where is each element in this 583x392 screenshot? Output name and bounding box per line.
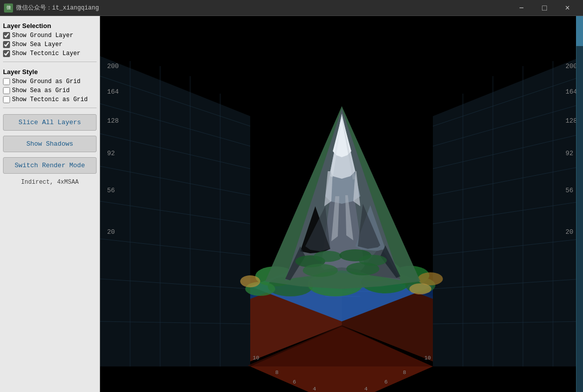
- svg-text:20: 20: [107, 228, 115, 236]
- show-ground-as-grid-row[interactable]: Show Ground as Grid: [3, 78, 97, 86]
- vertical-scrollbar[interactable]: [576, 16, 583, 392]
- show-tectonic-as-grid-label: Show Tectonic as Grid: [12, 96, 88, 103]
- divider-2: [3, 108, 97, 108]
- svg-text:164: 164: [107, 88, 119, 96]
- svg-point-77: [346, 262, 379, 275]
- show-ground-layer-row[interactable]: Show Ground Layer: [3, 32, 97, 40]
- svg-text:10: 10: [253, 355, 259, 361]
- app-icon: 微: [4, 4, 13, 13]
- layer-style-heading: Layer Style: [3, 68, 97, 76]
- window-controls: − □ ×: [510, 0, 579, 16]
- layer-selection-heading: Layer Selection: [3, 22, 97, 30]
- show-tectonic-layer-row[interactable]: Show Tectonic Layer: [3, 50, 97, 58]
- svg-text:10: 10: [424, 355, 431, 361]
- close-button[interactable]: ×: [556, 0, 579, 16]
- svg-text:200: 200: [565, 63, 577, 70]
- show-shadows-button[interactable]: Show Shadows: [3, 136, 97, 152]
- show-tectonic-layer-checkbox[interactable]: [3, 50, 10, 57]
- svg-text:92: 92: [107, 150, 115, 157]
- svg-point-51: [409, 283, 431, 294]
- show-ground-as-grid-label: Show Ground as Grid: [12, 78, 81, 85]
- show-sea-layer-checkbox[interactable]: [3, 41, 10, 48]
- svg-text:92: 92: [565, 150, 573, 157]
- show-tectonic-as-grid-checkbox[interactable]: [3, 96, 10, 103]
- maximize-button[interactable]: □: [533, 0, 556, 16]
- show-sea-as-grid-label: Show Sea as Grid: [12, 87, 70, 94]
- svg-text:6: 6: [293, 379, 296, 385]
- svg-text:128: 128: [107, 117, 119, 125]
- titlebar-title: 微信公众号：it_xiangqiang: [16, 4, 510, 12]
- svg-text:8: 8: [403, 369, 406, 375]
- svg-text:56: 56: [565, 187, 573, 194]
- show-sea-as-grid-checkbox[interactable]: [3, 87, 10, 94]
- svg-point-49: [240, 275, 260, 287]
- show-sea-layer-row[interactable]: Show Sea Layer: [3, 41, 97, 49]
- show-sea-as-grid-row[interactable]: Show Sea as Grid: [3, 87, 97, 95]
- svg-point-73: [314, 251, 342, 262]
- svg-text:6: 6: [384, 379, 388, 385]
- 3d-viewport[interactable]: 200 164 128 92 56 20 200 164 128 92 56 2…: [100, 16, 583, 392]
- svg-text:56: 56: [107, 187, 115, 194]
- show-ground-layer-label: Show Ground Layer: [12, 32, 73, 39]
- svg-text:4: 4: [313, 386, 316, 392]
- show-ground-as-grid-checkbox[interactable]: [3, 78, 10, 85]
- svg-text:200: 200: [107, 63, 119, 70]
- titlebar: 微 微信公众号：it_xiangqiang − □ ×: [0, 0, 583, 16]
- left-panel: Layer Selection Show Ground Layer Show S…: [0, 16, 100, 392]
- switch-render-mode-button[interactable]: Switch Render Mode: [3, 157, 97, 174]
- divider-1: [3, 62, 97, 62]
- scene-container: 200 164 128 92 56 20 200 164 128 92 56 2…: [100, 16, 583, 392]
- svg-text:4: 4: [364, 386, 368, 392]
- show-ground-layer-checkbox[interactable]: [3, 32, 10, 39]
- svg-text:8: 8: [275, 369, 279, 375]
- show-tectonic-as-grid-row[interactable]: Show Tectonic as Grid: [3, 96, 97, 104]
- svg-text:128: 128: [565, 117, 577, 125]
- main-layout: Layer Selection Show Ground Layer Show S…: [0, 16, 583, 392]
- terrain-scene: 200 164 128 92 56 20 200 164 128 92 56 2…: [100, 16, 583, 392]
- render-mode-status: Indirect, 4xMSAA: [3, 177, 97, 188]
- minimize-button[interactable]: −: [510, 0, 533, 16]
- svg-text:20: 20: [565, 228, 573, 236]
- show-sea-layer-label: Show Sea Layer: [12, 41, 63, 48]
- scrollbar-thumb[interactable]: [576, 16, 583, 46]
- svg-point-76: [303, 264, 338, 277]
- slice-all-layers-button[interactable]: Slice All Layers: [3, 114, 97, 131]
- show-tectonic-layer-label: Show Tectonic Layer: [12, 50, 81, 57]
